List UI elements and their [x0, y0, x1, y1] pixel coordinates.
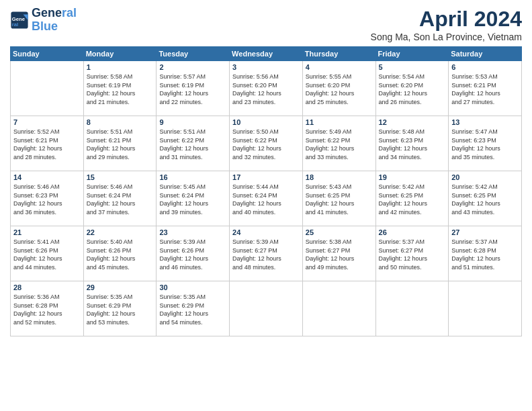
day-info: Sunrise: 5:46 AMSunset: 6:23 PMDaylight:… — [13, 183, 81, 216]
day-cell-3-0: 21Sunrise: 5:41 AMSunset: 6:26 PMDayligh… — [11, 226, 84, 281]
week-row-3: 14Sunrise: 5:46 AMSunset: 6:23 PMDayligh… — [11, 171, 522, 226]
day-info: Sunrise: 5:43 AMSunset: 6:25 PMDaylight:… — [306, 183, 373, 216]
day-cell-4-3 — [230, 281, 303, 336]
day-cell-1-6: 13Sunrise: 5:47 AMSunset: 6:23 PMDayligh… — [449, 116, 522, 171]
day-number: 16 — [159, 173, 226, 181]
header-friday: Friday — [375, 47, 449, 61]
day-cell-1-5: 12Sunrise: 5:48 AMSunset: 6:23 PMDayligh… — [375, 116, 449, 171]
calendar-table: Sunday Monday Tuesday Wednesday Thursday… — [10, 46, 522, 336]
logo-icon: Gene ral — [10, 11, 29, 30]
week-row-2: 7Sunrise: 5:52 AMSunset: 6:21 PMDaylight… — [11, 116, 522, 171]
day-cell-1-2: 9Sunrise: 5:51 AMSunset: 6:22 PMDaylight… — [157, 116, 230, 171]
day-info: Sunrise: 5:45 AMSunset: 6:24 PMDaylight:… — [159, 183, 226, 216]
month-title: April 2024 — [371, 7, 522, 32]
day-cell-3-1: 22Sunrise: 5:40 AMSunset: 6:26 PMDayligh… — [83, 226, 157, 281]
day-number: 9 — [159, 118, 226, 126]
day-info: Sunrise: 5:51 AMSunset: 6:22 PMDaylight:… — [159, 128, 226, 161]
days-header-row: Sunday Monday Tuesday Wednesday Thursday… — [11, 47, 522, 61]
day-number: 23 — [159, 228, 226, 236]
day-number: 18 — [306, 173, 373, 181]
day-cell-0-6: 6Sunrise: 5:53 AMSunset: 6:21 PMDaylight… — [449, 61, 522, 116]
header-sunday: Sunday — [11, 47, 84, 61]
day-number: 25 — [306, 228, 373, 236]
day-cell-0-5: 5Sunrise: 5:54 AMSunset: 6:20 PMDaylight… — [375, 61, 449, 116]
day-info: Sunrise: 5:51 AMSunset: 6:21 PMDaylight:… — [87, 128, 154, 161]
day-cell-4-6 — [449, 281, 522, 336]
day-cell-3-3: 24Sunrise: 5:39 AMSunset: 6:27 PMDayligh… — [230, 226, 303, 281]
day-cell-3-2: 23Sunrise: 5:39 AMSunset: 6:26 PMDayligh… — [157, 226, 230, 281]
day-number: 30 — [159, 283, 226, 291]
day-number: 6 — [451, 63, 519, 71]
day-info: Sunrise: 5:44 AMSunset: 6:24 PMDaylight:… — [232, 183, 300, 216]
calendar-page: Gene ral General Blue April 2024 Song Ma… — [0, 0, 532, 411]
day-cell-4-5 — [375, 281, 449, 336]
week-row-5: 28Sunrise: 5:36 AMSunset: 6:28 PMDayligh… — [11, 281, 522, 336]
day-info: Sunrise: 5:53 AMSunset: 6:21 PMDaylight:… — [451, 73, 519, 106]
day-cell-0-4: 4Sunrise: 5:55 AMSunset: 6:20 PMDaylight… — [302, 61, 375, 116]
day-info: Sunrise: 5:52 AMSunset: 6:21 PMDaylight:… — [13, 128, 81, 161]
day-cell-3-4: 25Sunrise: 5:38 AMSunset: 6:27 PMDayligh… — [302, 226, 375, 281]
day-cell-2-2: 16Sunrise: 5:45 AMSunset: 6:24 PMDayligh… — [157, 171, 230, 226]
week-row-4: 21Sunrise: 5:41 AMSunset: 6:26 PMDayligh… — [11, 226, 522, 281]
logo-subtext: Blue — [32, 20, 77, 34]
day-number: 12 — [379, 118, 446, 126]
day-info: Sunrise: 5:39 AMSunset: 6:27 PMDaylight:… — [232, 238, 300, 271]
day-cell-2-4: 18Sunrise: 5:43 AMSunset: 6:25 PMDayligh… — [302, 171, 375, 226]
day-info: Sunrise: 5:35 AMSunset: 6:29 PMDaylight:… — [87, 293, 154, 326]
day-number: 19 — [379, 173, 446, 181]
header-wednesday: Wednesday — [230, 47, 303, 61]
day-cell-3-5: 26Sunrise: 5:37 AMSunset: 6:27 PMDayligh… — [375, 226, 449, 281]
day-info: Sunrise: 5:46 AMSunset: 6:24 PMDaylight:… — [87, 183, 154, 216]
day-cell-0-1: 1Sunrise: 5:58 AMSunset: 6:19 PMDaylight… — [83, 61, 157, 116]
day-number: 17 — [232, 173, 300, 181]
day-cell-2-5: 19Sunrise: 5:42 AMSunset: 6:25 PMDayligh… — [375, 171, 449, 226]
day-cell-1-3: 10Sunrise: 5:50 AMSunset: 6:22 PMDayligh… — [230, 116, 303, 171]
day-number: 3 — [232, 63, 300, 71]
day-number: 24 — [232, 228, 300, 236]
day-number: 26 — [379, 228, 446, 236]
day-cell-4-1: 29Sunrise: 5:35 AMSunset: 6:29 PMDayligh… — [83, 281, 157, 336]
title-block: April 2024 Song Ma, Son La Province, Vie… — [371, 7, 522, 42]
logo-text: General — [32, 7, 77, 20]
day-cell-2-0: 14Sunrise: 5:46 AMSunset: 6:23 PMDayligh… — [11, 171, 84, 226]
day-number: 4 — [306, 63, 373, 71]
header-saturday: Saturday — [449, 47, 522, 61]
day-number: 20 — [451, 173, 519, 181]
day-info: Sunrise: 5:42 AMSunset: 6:25 PMDaylight:… — [379, 183, 446, 216]
day-cell-1-4: 11Sunrise: 5:49 AMSunset: 6:22 PMDayligh… — [302, 116, 375, 171]
day-info: Sunrise: 5:55 AMSunset: 6:20 PMDaylight:… — [306, 73, 373, 106]
day-info: Sunrise: 5:36 AMSunset: 6:28 PMDaylight:… — [13, 293, 81, 326]
day-number: 11 — [306, 118, 373, 126]
day-number: 28 — [13, 283, 81, 291]
location: Song Ma, Son La Province, Vietnam — [371, 32, 522, 42]
day-number: 22 — [87, 228, 154, 236]
day-info: Sunrise: 5:35 AMSunset: 6:29 PMDaylight:… — [159, 293, 226, 326]
day-info: Sunrise: 5:37 AMSunset: 6:28 PMDaylight:… — [451, 238, 519, 271]
day-info: Sunrise: 5:54 AMSunset: 6:20 PMDaylight:… — [379, 73, 446, 106]
day-info: Sunrise: 5:50 AMSunset: 6:22 PMDaylight:… — [232, 128, 300, 161]
week-row-1: 1Sunrise: 5:58 AMSunset: 6:19 PMDaylight… — [11, 61, 522, 116]
day-cell-2-3: 17Sunrise: 5:44 AMSunset: 6:24 PMDayligh… — [230, 171, 303, 226]
day-info: Sunrise: 5:57 AMSunset: 6:19 PMDaylight:… — [159, 73, 226, 106]
day-number: 21 — [13, 228, 81, 236]
day-info: Sunrise: 5:38 AMSunset: 6:27 PMDaylight:… — [306, 238, 373, 271]
day-cell-2-1: 15Sunrise: 5:46 AMSunset: 6:24 PMDayligh… — [83, 171, 157, 226]
day-info: Sunrise: 5:49 AMSunset: 6:22 PMDaylight:… — [306, 128, 373, 161]
header-monday: Monday — [83, 47, 157, 61]
day-cell-3-6: 27Sunrise: 5:37 AMSunset: 6:28 PMDayligh… — [449, 226, 522, 281]
day-number: 15 — [87, 173, 154, 181]
day-info: Sunrise: 5:41 AMSunset: 6:26 PMDaylight:… — [13, 238, 81, 271]
day-info: Sunrise: 5:42 AMSunset: 6:25 PMDaylight:… — [451, 183, 519, 216]
day-cell-1-0: 7Sunrise: 5:52 AMSunset: 6:21 PMDaylight… — [11, 116, 84, 171]
header-tuesday: Tuesday — [157, 47, 230, 61]
day-cell-0-3: 3Sunrise: 5:56 AMSunset: 6:20 PMDaylight… — [230, 61, 303, 116]
day-info: Sunrise: 5:37 AMSunset: 6:27 PMDaylight:… — [379, 238, 446, 271]
day-number: 1 — [87, 63, 154, 71]
header-thursday: Thursday — [302, 47, 375, 61]
svg-text:ral: ral — [12, 21, 18, 28]
day-info: Sunrise: 5:40 AMSunset: 6:26 PMDaylight:… — [87, 238, 154, 271]
header: Gene ral General Blue April 2024 Song Ma… — [10, 7, 522, 42]
day-number: 5 — [379, 63, 446, 71]
day-number: 2 — [159, 63, 226, 71]
day-number: 10 — [232, 118, 300, 126]
